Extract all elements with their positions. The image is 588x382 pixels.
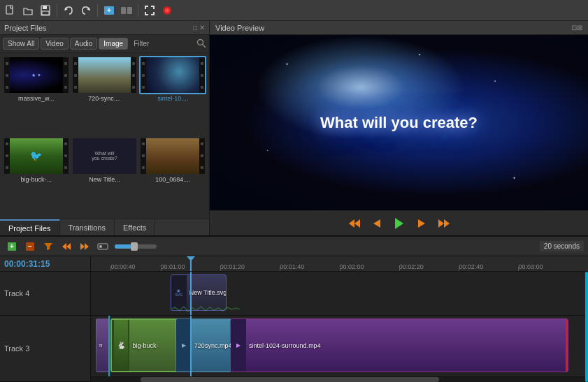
tl-add-button[interactable]: +	[4, 240, 20, 254]
tab-effects[interactable]: Effects	[115, 219, 155, 235]
tick-5	[340, 267, 340, 271]
clip-bigbuck[interactable]: 🐇 big-buck-	[110, 318, 180, 372]
bigbuck-thumb-icon: 🐇	[114, 320, 128, 371]
preview-header: Video Preview ⊡⊠	[210, 21, 588, 35]
svg-marker-12	[349, 219, 354, 228]
svg-marker-14	[373, 219, 380, 228]
playback-controls	[210, 210, 588, 235]
tl-remove-button[interactable]: −	[22, 240, 38, 254]
playhead-arrow	[187, 256, 195, 261]
thumb-massive-label: massive_w...	[3, 94, 70, 103]
ruler-mark-2: 00:01:00	[161, 263, 185, 270]
track-labels: 00:00:31:15 Track 4 Track 3	[0, 256, 91, 382]
add-button[interactable]: +	[101, 3, 117, 18]
tick-2	[161, 267, 162, 271]
audio-filter-button[interactable]: Audio	[70, 38, 98, 50]
scrollbar-thumb[interactable]	[141, 377, 439, 382]
thumb-newtitle[interactable]: What willyou create? New Title...	[71, 137, 138, 216]
ruler-mark-1: 00:00:40	[110, 263, 135, 270]
redo-button[interactable]	[78, 3, 94, 18]
clip-720sync[interactable]: ▶ 720sync.mp4	[175, 318, 231, 372]
thumb-bigbuck[interactable]: 🐦 big-buck-...	[3, 137, 70, 216]
thumb-newtitle-label: New Title...	[71, 175, 138, 184]
prev-frame-button[interactable]	[368, 215, 385, 232]
timeline-scrollbar[interactable]	[91, 376, 588, 382]
star-3: ✦	[266, 149, 268, 152]
show-all-button[interactable]: Show All	[3, 38, 39, 50]
svg-marker-15	[395, 218, 403, 229]
filter-bar: Show All Video Audio Image Filter	[0, 35, 209, 53]
header-icons: □ ✕	[193, 24, 205, 31]
thumb-100-label: 100_0684....	[139, 175, 206, 184]
preview-header-icons: ⊡⊠	[571, 24, 582, 31]
tick-4	[280, 267, 280, 271]
thumb-bigbuck-label: big-buck-...	[3, 175, 70, 184]
timeline-area: + − 20 seconds 00:00:31:15 Track 4	[0, 235, 588, 382]
tick-6	[399, 267, 400, 271]
video-preview: ✦ ✦ ✦ ✦ ✦ What will you create?	[210, 35, 588, 210]
tl-skip-back-button[interactable]	[59, 240, 74, 254]
preview-title: Video Preview	[215, 24, 264, 32]
sintel-end-marker	[566, 319, 568, 372]
tl-snap-button[interactable]	[95, 240, 110, 254]
svg-marker-23	[62, 243, 66, 250]
timeline-ruler: 00:00:40 00:01:00 00:01:20 00:01:40 00:0…	[91, 256, 588, 272]
svg-rect-6	[121, 7, 126, 14]
main-area: Project Files □ ✕ Show All Video Audio I…	[0, 21, 588, 235]
svg-line-11	[203, 44, 206, 47]
new-title-clip-label: New Title.svg	[187, 289, 227, 296]
tl-skip-fwd-button[interactable]	[77, 240, 92, 254]
ruler-mark-8: 00:03:00	[518, 263, 543, 270]
skip-back-button[interactable]	[346, 215, 363, 232]
thumb-sintel[interactable]: sintel-10....	[139, 56, 206, 135]
skip-forward-button[interactable]	[436, 215, 452, 232]
star-4: ✦	[512, 175, 516, 180]
thumb-100[interactable]: 100_0684....	[139, 137, 206, 216]
close-panel-icon[interactable]: ✕	[199, 24, 205, 31]
svg-rect-7	[127, 7, 132, 14]
720sync-thumb-icon: ▶	[182, 342, 186, 348]
video-filter-button[interactable]: Video	[41, 38, 68, 50]
timecode-display: 00:00:31:15	[0, 256, 90, 272]
undo-button[interactable]	[61, 3, 76, 18]
split-button[interactable]	[119, 3, 134, 18]
image-filter-button[interactable]: Image	[99, 38, 128, 50]
open-button[interactable]	[20, 3, 36, 18]
thumb-720sync-label: 720-sync....	[71, 94, 138, 103]
ruler-mark-5: 00:02:00	[340, 263, 364, 270]
fullscreen-button[interactable]	[142, 3, 157, 18]
track-4-row: ▣SVG New Title.svg	[91, 272, 588, 316]
project-files-header: Project Files □ ✕	[0, 21, 209, 35]
tab-project-files[interactable]: Project Files	[0, 219, 60, 235]
toolbar: +	[0, 0, 588, 21]
bigbuck-label: big-buck-	[129, 342, 161, 349]
track-3-row: n 🐇 big-buck- ▶ 720sync.mp4	[91, 316, 588, 376]
svg-text:−: −	[28, 242, 32, 250]
zoom-slider[interactable]	[115, 244, 157, 249]
play-button[interactable]	[391, 215, 408, 232]
clip-thumb-icon: ▣SVG	[175, 288, 182, 297]
bottom-tabs: Project Files Transitions Effects	[0, 219, 209, 235]
left-panel: Project Files □ ✕ Show All Video Audio I…	[0, 21, 210, 235]
tab-transitions[interactable]: Transitions	[60, 219, 115, 235]
right-edge-marker	[585, 272, 588, 382]
tl-filter-button[interactable]	[41, 240, 56, 254]
ruler-mark-7: 00:02:40	[459, 263, 483, 270]
thumb-720sync[interactable]: 720-sync....	[71, 56, 138, 135]
preview-text: What will you create?	[320, 114, 478, 132]
clip-sintel[interactable]: ▶ sintel-1024-surround.mp4	[230, 318, 568, 372]
star-1: ✦	[285, 61, 289, 66]
timeline-body: 00:00:31:15 Track 4 Track 3 00:00:40 00:…	[0, 256, 588, 382]
svg-marker-16	[418, 219, 425, 228]
save-button[interactable]	[38, 3, 53, 18]
track-content: 00:00:40 00:01:00 00:01:20 00:01:40 00:0…	[91, 256, 588, 382]
record-button[interactable]	[159, 3, 175, 18]
svg-text:+: +	[107, 6, 111, 14]
search-icon[interactable]	[196, 38, 206, 50]
next-frame-button[interactable]	[413, 215, 430, 232]
new-button[interactable]	[3, 3, 18, 18]
tick-1	[110, 267, 111, 271]
svg-marker-18	[444, 219, 450, 228]
thumb-massive[interactable]: ★ ✦ massive_w...	[3, 56, 70, 135]
cyan-marker	[108, 316, 110, 376]
